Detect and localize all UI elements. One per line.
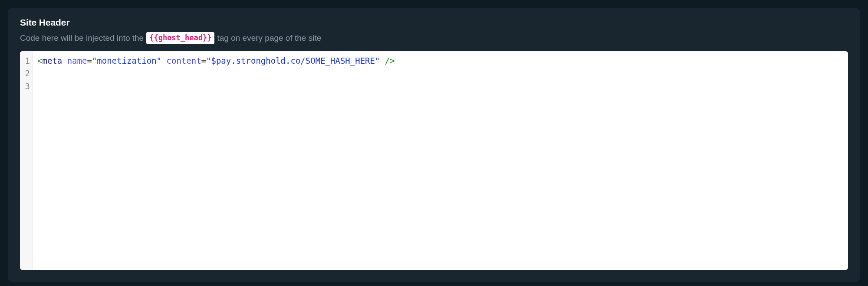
code-line[interactable]: <meta name="monetization" content="$pay.… (37, 55, 844, 67)
line-number: 2 (24, 67, 30, 80)
subtitle-before: Code here will be injected into the (20, 33, 144, 43)
code-line[interactable] (37, 67, 844, 80)
code-textarea[interactable]: <meta name="monetization" content="$pay.… (33, 51, 848, 270)
line-number-gutter: 123 (20, 51, 33, 270)
panel-header: Site Header Code here will be injected i… (20, 17, 848, 44)
panel-title: Site Header (20, 17, 848, 28)
site-header-panel: Site Header Code here will be injected i… (8, 8, 860, 282)
subtitle-after: tag on every page of the site (217, 33, 321, 43)
line-number: 3 (24, 80, 30, 93)
line-number: 1 (24, 55, 30, 67)
ghost-head-tag-chip: {{ghost_head}} (146, 32, 214, 44)
panel-subtitle: Code here will be injected into the {{gh… (20, 32, 848, 44)
code-line[interactable] (37, 80, 844, 93)
code-editor[interactable]: 123 <meta name="monetization" content="$… (20, 51, 848, 270)
